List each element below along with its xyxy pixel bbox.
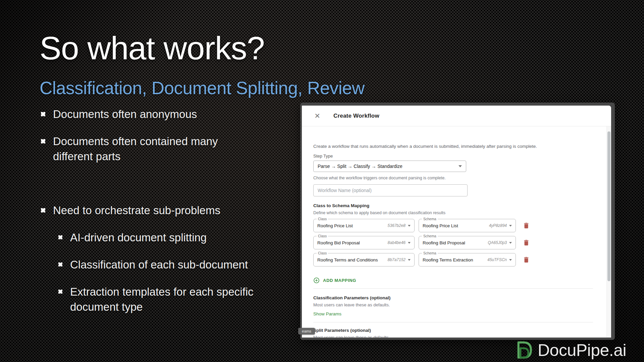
bullet-text: Classification of each sub-document bbox=[70, 257, 271, 272]
class-id: 8b7a7152 bbox=[385, 257, 406, 262]
chevron-down-icon bbox=[509, 242, 512, 244]
schema-select[interactable]: Schema Roofing Price List 4yP8z894 bbox=[419, 219, 516, 232]
chevron-down-icon bbox=[408, 259, 411, 261]
schema-field-label: Schema bbox=[422, 234, 438, 238]
add-mapping-label: ADD MAPPING bbox=[323, 278, 356, 283]
list-item: AI-driven document splitting bbox=[58, 230, 276, 245]
sub-bullet-list: AI-driven document splitting Classificat… bbox=[58, 230, 276, 314]
square-bullet-icon bbox=[41, 139, 45, 143]
schema-id: QA65J0p3 bbox=[485, 240, 507, 245]
section-divider bbox=[313, 288, 593, 289]
section-divider bbox=[313, 322, 593, 322]
class-id: 5367b2e8 bbox=[385, 223, 406, 228]
slide-title: So what works? bbox=[40, 29, 265, 67]
mapping-heading: Class to Schema Mapping bbox=[313, 203, 593, 208]
bullet-list: Documents often anonymous Documents ofte… bbox=[41, 107, 276, 326]
trash-icon bbox=[523, 222, 530, 230]
bullet-text: Documents often anonymous bbox=[53, 107, 241, 122]
step-type-helper: Choose what the workflow triggers once d… bbox=[313, 176, 593, 180]
chevron-down-icon bbox=[509, 225, 512, 227]
add-mapping-button[interactable]: ADD MAPPING bbox=[313, 277, 370, 284]
schema-field-label: Schema bbox=[422, 217, 438, 221]
bullet-text: Extraction templates for each specific d… bbox=[70, 284, 271, 314]
class-value: Roofing Bid Proposal bbox=[317, 240, 360, 245]
presentation-slide: So what works? Classification, Document … bbox=[0, 0, 644, 362]
class-select[interactable]: Class Roofing Bid Proposal 8ab4be46 bbox=[313, 236, 415, 249]
schema-select[interactable]: Schema Roofing Bid Proposal QA65J0p3 bbox=[419, 236, 516, 249]
create-workflow-screenshot: ✕ Create Workflow Create a workflow that… bbox=[300, 103, 615, 340]
mapping-description: Define which schema to apply based on do… bbox=[313, 210, 593, 215]
class-select[interactable]: Class Roofing Price List 5367b2e8 bbox=[313, 219, 415, 232]
docupipe-d-logo-icon bbox=[516, 341, 533, 360]
schema-field-label: Schema bbox=[422, 251, 438, 255]
dialog-title: Create Workflow bbox=[333, 113, 379, 119]
delete-mapping-button[interactable] bbox=[522, 256, 530, 264]
show-params-link[interactable]: Show Params bbox=[313, 311, 350, 316]
dialog-header: ✕ Create Workflow bbox=[302, 106, 611, 126]
close-icon[interactable]: ✕ bbox=[313, 112, 321, 120]
delete-mapping-button[interactable] bbox=[522, 239, 530, 247]
workflow-name-input[interactable] bbox=[313, 184, 468, 196]
square-bullet-icon bbox=[58, 290, 62, 294]
step-type-label: Step Type bbox=[313, 154, 593, 159]
classification-params-note: Most users can leave these as defaults. bbox=[313, 302, 593, 307]
schema-select[interactable]: Schema Roofing Terms Extraction 45uTFSCn bbox=[419, 253, 516, 266]
chevron-down-icon bbox=[459, 165, 462, 167]
bullet-text: Need to orchestrate sub-problems bbox=[53, 203, 241, 218]
chevron-down-icon bbox=[509, 259, 512, 261]
class-select[interactable]: Class Roofing Terms and Conditions 8b7a7… bbox=[313, 253, 415, 266]
schema-value: Roofing Terms Extraction bbox=[423, 257, 473, 262]
list-item: Extraction templates for each specific d… bbox=[58, 284, 276, 314]
square-bullet-icon bbox=[58, 235, 62, 239]
chevron-down-icon bbox=[408, 225, 411, 227]
schema-value: Roofing Bid Proposal bbox=[423, 240, 465, 245]
bullet-text: AI-driven document splitting bbox=[70, 230, 271, 245]
mapping-row: Class Roofing Bid Proposal 8ab4be46 Sche… bbox=[313, 236, 593, 249]
mapping-row: Class Roofing Terms and Conditions 8b7a7… bbox=[313, 253, 593, 266]
class-field-label: Class bbox=[317, 217, 328, 221]
list-item: Documents often contained many different… bbox=[41, 134, 276, 164]
create-workflow-dialog: ✕ Create Workflow Create a workflow that… bbox=[302, 106, 611, 338]
mapping-row: Class Roofing Price List 5367b2e8 Schema… bbox=[313, 219, 593, 232]
plus-circle-icon bbox=[313, 277, 320, 284]
step-type-select[interactable]: Parse → Split → Classify → Standardize bbox=[313, 161, 466, 172]
class-value: Roofing Price List bbox=[317, 223, 353, 228]
scrollbar-thumb[interactable] bbox=[607, 131, 610, 281]
class-field-label: Class bbox=[317, 251, 328, 255]
split-params-heading: Split Parameters (optional) bbox=[313, 328, 593, 333]
schema-id: 45uTFSCn bbox=[485, 257, 507, 262]
dialog-content: Create a workflow that runs automaticall… bbox=[302, 126, 606, 338]
brand-logo: DocuPipe.ai bbox=[516, 341, 626, 360]
list-item: Classification of each sub-document bbox=[58, 257, 276, 272]
clipped-teams-tooltip: eams bbox=[298, 328, 315, 335]
schema-value: Roofing Price List bbox=[423, 223, 458, 228]
schema-id: 4yP8z894 bbox=[486, 223, 507, 228]
step-type-value: Parse → Split → Classify → Standardize bbox=[318, 164, 402, 169]
brand-name: DocuPipe.ai bbox=[538, 341, 626, 360]
square-bullet-icon bbox=[58, 262, 62, 266]
class-id: 8ab4be46 bbox=[385, 240, 406, 245]
delete-mapping-button[interactable] bbox=[522, 222, 530, 230]
trash-icon bbox=[523, 239, 530, 247]
class-value: Roofing Terms and Conditions bbox=[317, 257, 378, 262]
slide-subtitle: Classification, Document Splitting, Revi… bbox=[40, 78, 365, 98]
square-bullet-icon bbox=[41, 208, 45, 213]
list-item: Documents often anonymous bbox=[41, 107, 276, 122]
classification-params-heading: Classification Parameters (optional) bbox=[313, 295, 593, 300]
dialog-intro-text: Create a workflow that runs automaticall… bbox=[313, 144, 593, 149]
square-bullet-icon bbox=[41, 112, 45, 116]
split-params-note: Most users can leave these as defaults. bbox=[313, 335, 593, 338]
chevron-down-icon bbox=[408, 242, 411, 244]
scrollbar-track[interactable] bbox=[606, 126, 611, 338]
trash-icon bbox=[523, 256, 530, 264]
class-field-label: Class bbox=[317, 234, 328, 238]
list-item: Need to orchestrate sub-problems bbox=[41, 203, 276, 218]
bullet-text: Documents often contained many different… bbox=[53, 134, 241, 164]
